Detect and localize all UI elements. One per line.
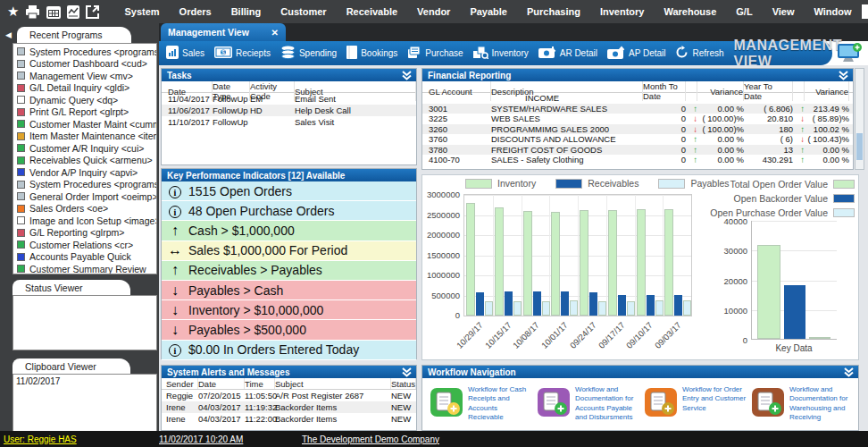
export-icon[interactable] bbox=[86, 3, 99, 21]
menu-receivable[interactable]: Receivable bbox=[337, 6, 407, 17]
reciepts-button[interactable]: $Reciepts bbox=[214, 46, 271, 60]
sales-button[interactable]: Sales bbox=[166, 46, 204, 61]
close-tab-icon[interactable]: ✕ bbox=[271, 28, 279, 38]
sidebar-program-item[interactable]: Customer Relations <cr> bbox=[16, 239, 156, 251]
table-cell: ( 6.806) bbox=[744, 104, 793, 114]
table-row[interactable]: Reggie07/20/201511:05:50A/R Post Registe… bbox=[162, 390, 416, 401]
sidebar-program-item[interactable]: Management View <mv> bbox=[16, 70, 156, 82]
menu-view[interactable]: View bbox=[763, 6, 805, 17]
clipboard-viewer-tab[interactable]: Clipboard Viewer bbox=[13, 358, 130, 374]
program-color-icon bbox=[17, 181, 25, 189]
menu-payable[interactable]: Payable bbox=[460, 6, 517, 17]
table-row[interactable]: 3260PROGRAMMIMG SALES 20000↓( 100.00)%18… bbox=[422, 124, 853, 135]
sidebar-program-item[interactable]: G/L Detail Inquiry <gldi> bbox=[16, 82, 156, 95]
ar-detail-button[interactable]: AR Detail bbox=[538, 46, 597, 62]
refresh-button[interactable]: Refresh bbox=[675, 46, 723, 61]
table-row[interactable]: 3225WEB SALES0↓( 100.00)%20.810↓( 85.89)… bbox=[422, 114, 853, 124]
sidebar-program-item[interactable]: G/L Reporting <glrpm> bbox=[16, 227, 156, 240]
table-cell: NEW bbox=[391, 391, 416, 401]
recent-programs-tab[interactable]: Recent Programs bbox=[17, 27, 131, 43]
table-row[interactable]: 3001SYSTEM/HARDWARE SALES0↑0.00 %( 6.806… bbox=[422, 104, 853, 114]
sidebar-program-item[interactable]: General Order Import <oeimp> bbox=[16, 190, 156, 203]
table-row[interactable]: Irene04/03/201711:19:32Backorder ItemsNE… bbox=[162, 401, 416, 413]
kpi-item[interactable]: ↓Inventory > $10,000,000 bbox=[162, 300, 416, 320]
calendar-icon[interactable] bbox=[46, 3, 61, 21]
table-row[interactable]: 11/10/2017FollowUpSales Visit bbox=[162, 116, 416, 128]
workflow-item[interactable]: Workflow for Order Entry and Customer Se… bbox=[644, 385, 751, 423]
workflow-item[interactable]: Workflow for Cash Receipts and Accounts … bbox=[430, 385, 537, 423]
sidebar-program-item[interactable]: Print G/L Report <glrpt> bbox=[16, 106, 156, 119]
menu-gl[interactable]: G/L bbox=[726, 6, 762, 17]
kpi-item[interactable]: ↑Receivables > Payables bbox=[162, 261, 416, 281]
status-user-link[interactable]: User: Reggie HAS bbox=[4, 434, 77, 444]
report-icon[interactable] bbox=[67, 3, 79, 21]
sidebar-program-item[interactable]: Customer Master Maint <cumm> bbox=[16, 118, 156, 131]
sidebar-program-item[interactable]: System Procedures <programs> bbox=[16, 179, 156, 191]
y-axis-tick-label: 2500000 bbox=[422, 210, 460, 220]
alerts-collapse-chevron-icon[interactable] bbox=[401, 367, 413, 377]
menu-inventory[interactable]: Inventory bbox=[590, 6, 655, 17]
menu-customer[interactable]: Customer bbox=[271, 6, 336, 17]
bookings-button[interactable]: Bookings bbox=[346, 46, 397, 61]
kpi-panel-title: Key Performance Indicators [12] Availabl… bbox=[167, 171, 345, 181]
accounts-payable-workflow-icon bbox=[537, 385, 571, 423]
table-row[interactable]: 4100-70SALES - Safety Clothing0↑0.00 %43… bbox=[422, 155, 853, 165]
table-row[interactable]: 11/06/2017FollowUpHDHelp Desk Call bbox=[162, 105, 416, 116]
sidebar-program-item[interactable]: Accounts Payable Quick bbox=[16, 251, 156, 264]
kpi-item[interactable]: ↓Payables > $500,000 bbox=[162, 320, 416, 340]
new-session-monitor-icon[interactable] bbox=[836, 42, 863, 67]
favorites-star-icon[interactable]: ★ bbox=[7, 3, 19, 21]
table-row[interactable]: 3780FREIGHT COST OF GOODS0↑0.00 %13↑0.00… bbox=[422, 145, 853, 156]
sidebar-program-item[interactable]: Customer Dashboard <cud> bbox=[16, 58, 156, 71]
menu-window[interactable]: Window bbox=[805, 6, 862, 17]
tasks-collapse-chevron-icon[interactable] bbox=[401, 71, 413, 80]
financial-collapse-chevron-icon[interactable] bbox=[838, 71, 849, 80]
spending-button[interactable]: Spending bbox=[280, 46, 337, 61]
inventory-button[interactable]: Inventory bbox=[473, 46, 529, 61]
sidebar-program-item[interactable]: Image and Icon Setup <image> bbox=[16, 215, 156, 227]
tab-management-view[interactable]: Management View ✕ bbox=[161, 23, 286, 41]
workflow-item[interactable]: Workflow and Documentation for Warehousi… bbox=[751, 385, 858, 423]
menu-orders[interactable]: Orders bbox=[170, 6, 221, 17]
kpi-item[interactable]: i$0.00 In Orders Entered Today bbox=[162, 341, 416, 360]
bar-open-purchase-order-value bbox=[809, 337, 830, 339]
kpi-item[interactable]: ↔Sales $1,000,000 For Period bbox=[162, 241, 416, 261]
sidebar-program-item[interactable]: Item Master Maintenance <item> bbox=[16, 131, 156, 143]
menu-vendor[interactable]: Vendor bbox=[407, 6, 460, 17]
sidebar-program-item[interactable]: Customer Summary Review bbox=[16, 263, 156, 274]
menu-billing[interactable]: Billing bbox=[221, 6, 271, 17]
table-row[interactable]: Irene04/03/201711:22:00Backorder ItemsNE… bbox=[162, 413, 416, 425]
bar-inventory bbox=[523, 211, 532, 316]
status-viewer-tab[interactable]: Status Viewer bbox=[13, 280, 130, 295]
sidebar-program-item[interactable]: Receivables Quick <armenu> bbox=[16, 155, 156, 167]
sidebar-program-item[interactable]: Vendor A/P Inquiry <apvi> bbox=[16, 166, 156, 179]
column-header: Sender bbox=[166, 378, 198, 389]
menu-system[interactable]: System bbox=[114, 6, 169, 17]
menu-warehouse[interactable]: Warehouse bbox=[654, 6, 726, 17]
workflow-item[interactable]: Workflow and Documentation for Accounts … bbox=[537, 385, 644, 423]
bar-inventory bbox=[664, 209, 673, 316]
sidebar-program-item[interactable]: Sales Orders <oe> bbox=[16, 203, 156, 215]
scrollbar-thumb[interactable] bbox=[856, 133, 863, 160]
variance-down-arrow-icon: ↓ bbox=[793, 114, 805, 123]
kpi-item[interactable]: ↓Payables > Cash bbox=[162, 281, 416, 300]
toolbar-button-label: Inventory bbox=[492, 48, 529, 58]
print-icon[interactable] bbox=[25, 3, 40, 21]
financial-scrollbar[interactable] bbox=[855, 68, 864, 170]
menu-purchasing[interactable]: Purchasing bbox=[517, 6, 590, 17]
kpi-item[interactable]: i1515 Open Orders bbox=[162, 181, 416, 201]
kpi-item[interactable]: ↑Cash > $1,000,000 bbox=[162, 221, 416, 240]
status-datetime-link[interactable]: 11/02/2017 10:20 AM bbox=[159, 434, 243, 444]
status-company-link[interactable]: The Development Demo Company bbox=[302, 434, 439, 444]
collapse-sidebar-icon[interactable]: ◀ bbox=[5, 30, 12, 39]
sidebar-program-item[interactable]: System Procedures <programsm> bbox=[16, 46, 156, 58]
ap-detail-button[interactable]: AP Detail bbox=[607, 46, 666, 62]
search-input[interactable] bbox=[862, 4, 868, 19]
table-row[interactable]: 3760DISCOUNTS AND ALLOWANCE0↑0.00 %( 6)↓… bbox=[422, 134, 853, 145]
workflow-collapse-chevron-icon[interactable] bbox=[843, 367, 855, 377]
sidebar-program-item[interactable]: Dynamic Query <dq> bbox=[16, 94, 156, 106]
purchase-button[interactable]: Purchase bbox=[407, 46, 463, 61]
kpi-item[interactable]: i48 Open Purchase Orders bbox=[162, 201, 416, 221]
table-row[interactable]: 11/04/2017FollowUpEMEmail Sent bbox=[162, 93, 416, 105]
sidebar-program-item[interactable]: Customer A/R Inquiry <cui> bbox=[16, 142, 156, 155]
